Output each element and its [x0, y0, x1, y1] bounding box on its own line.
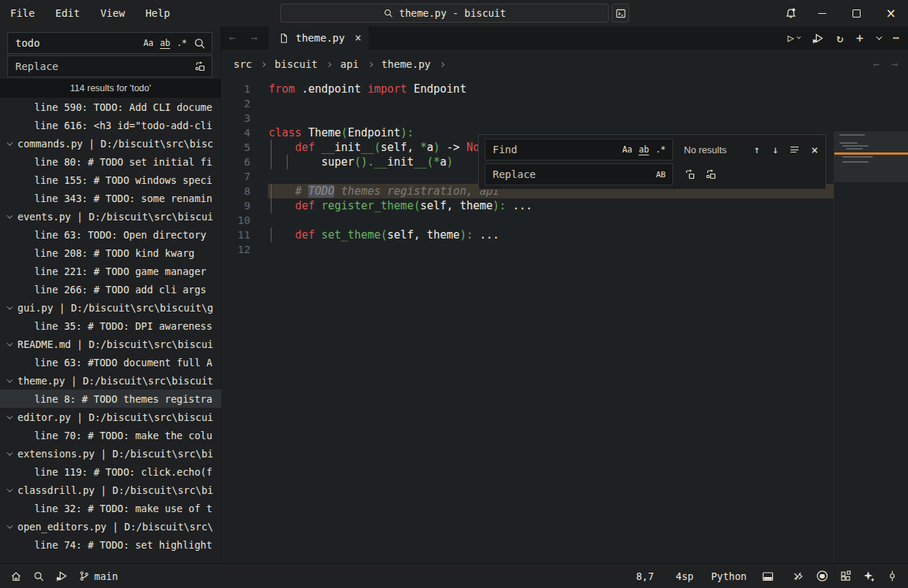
chevron-down-icon — [7, 486, 12, 492]
search-result-file-row[interactable]: open_editors.py | D:/biscuit\src\ — [0, 517, 221, 535]
menu-edit[interactable]: Edit — [55, 7, 80, 19]
search-result-file-row[interactable]: classdrill.py | D:/biscuit\src\bi — [0, 481, 221, 499]
debug-statusbar-icon[interactable] — [55, 570, 68, 582]
restart-icon[interactable]: ↻ — [836, 31, 844, 45]
search-result-file-row[interactable]: gui.py | D:/biscuit\src\biscuit\g — [0, 298, 221, 317]
code-line[interactable]: 9 def register_theme(self, theme): ... — [221, 198, 834, 213]
menu-help[interactable]: Help — [145, 7, 170, 19]
line-number: 5 — [221, 140, 250, 155]
breadcrumb-back-icon[interactable]: ← — [873, 58, 880, 71]
search-icon — [383, 8, 393, 18]
close-window-button[interactable]: × — [874, 0, 908, 26]
find-input-box: Aa ab .* — [485, 139, 673, 160]
search-result-row[interactable]: line 35: # TODO: DPI awareness — [0, 317, 221, 335]
search-statusbar-icon[interactable] — [33, 570, 45, 582]
search-result-row[interactable]: line 343: # TODO: some renamin — [0, 189, 221, 207]
quick-actions-icon[interactable] — [792, 570, 804, 582]
search-results-summary: 114 results for 'todo' — [0, 79, 221, 98]
tab-list-chevron-icon[interactable] — [876, 34, 882, 39]
extensions-icon[interactable] — [840, 570, 852, 582]
breadcrumb-item-theme-py[interactable]: theme.py — [382, 58, 431, 70]
search-result-row[interactable]: line 63: TODO: Open directory — [0, 225, 221, 244]
next-match-icon[interactable]: ↓ — [772, 144, 778, 155]
git-branch-button[interactable]: main — [79, 570, 118, 582]
breadcrumb-item-src[interactable]: src — [234, 58, 252, 70]
menu-file[interactable]: File — [10, 7, 35, 19]
more-actions-icon[interactable]: ⋯ — [893, 31, 899, 45]
home-icon[interactable] — [10, 570, 22, 582]
find-input[interactable] — [485, 144, 622, 155]
search-result-row[interactable]: line 119: # TODO: click.echo(f — [0, 463, 221, 481]
code-line[interactable]: 3 — [221, 111, 834, 125]
code-area[interactable]: 1from .endpoint import Endpoint234class … — [221, 79, 908, 563]
minimap[interactable] — [834, 131, 908, 563]
find-regex-icon[interactable]: .* — [655, 144, 666, 155]
search-result-row[interactable]: line 590: TODO: Add CLI docume — [0, 98, 221, 116]
tab-back-icon[interactable]: ← — [221, 31, 243, 45]
code-line[interactable]: 12 — [221, 242, 834, 257]
breadcrumb-item-biscuit[interactable]: biscuit — [274, 58, 318, 70]
menu-view[interactable]: View — [100, 7, 125, 19]
tab-close-icon[interactable]: × — [355, 31, 361, 45]
match-case-icon[interactable]: Aa — [143, 38, 153, 48]
previous-match-icon[interactable]: ↑ — [753, 144, 759, 155]
search-result-row[interactable]: line 74: # TODO: set highlight — [0, 535, 221, 554]
close-find-icon[interactable]: × — [811, 143, 818, 157]
tab-theme-py[interactable]: theme.py × — [269, 26, 369, 50]
code-line[interactable]: 10 — [221, 213, 834, 228]
search-result-row[interactable]: line 155: # TODO windows speci — [0, 171, 221, 189]
search-result-file-row[interactable]: theme.py | D:/biscuit\src\biscuit — [0, 371, 221, 390]
code-line[interactable]: 2 — [221, 96, 834, 111]
command-palette-search[interactable]: theme.py - biscuit — [280, 4, 609, 23]
search-go-icon[interactable] — [193, 37, 206, 50]
replace-one-icon[interactable] — [684, 169, 696, 180]
debug-run-icon[interactable] — [812, 32, 824, 45]
maximize-button[interactable] — [839, 0, 874, 26]
run-button[interactable]: ▷ — [788, 31, 799, 45]
language-mode[interactable]: Python — [711, 570, 747, 582]
search-result-file-row[interactable]: events.py | D:/biscuit\src\biscui — [0, 207, 221, 225]
notification-bell-button[interactable] — [776, 0, 805, 26]
search-result-file-row[interactable]: editor.py | D:/biscuit\src\biscui — [0, 408, 221, 426]
search-result-file-row[interactable]: extensions.py | D:/biscuit\src\bi — [0, 444, 221, 463]
breadcrumb-item-api[interactable]: api — [340, 58, 358, 70]
regex-icon[interactable]: .* — [177, 38, 187, 48]
sparkle-ai-icon[interactable] — [863, 570, 875, 582]
whole-word-icon[interactable]: ab — [160, 38, 170, 49]
github-octocat-icon[interactable] — [816, 570, 828, 582]
find-in-selection-icon[interactable] — [790, 147, 799, 152]
search-result-row[interactable]: line 80: # TODO set initial fi — [0, 152, 221, 171]
search-input[interactable] — [8, 37, 143, 49]
find-replace-input[interactable] — [485, 169, 656, 180]
replace-all-icon[interactable] — [705, 169, 717, 180]
search-results-tree: line 590: TODO: Add CLI documeline 616: … — [0, 98, 221, 563]
git-branch-icon — [79, 570, 90, 581]
search-result-row[interactable]: line 208: # TODO kind kwarg — [0, 244, 221, 262]
minimize-button[interactable] — [805, 0, 839, 26]
search-result-row[interactable]: line 616: <h3 id="todo-add-cli — [0, 116, 221, 134]
search-result-file-row[interactable]: commands.py | D:/biscuit\src\bisc — [0, 134, 221, 152]
git-commit-icon[interactable] — [887, 570, 898, 582]
panel-toggle-icon[interactable] — [761, 570, 774, 582]
search-result-row[interactable]: line 8: # TODO themes registra — [0, 390, 221, 408]
search-result-file-row[interactable]: README.md | D:/biscuit\src\biscui — [0, 335, 221, 353]
tab-forward-icon[interactable]: → — [243, 31, 265, 45]
code-line[interactable]: 11 def set_theme(self, theme): ... — [221, 228, 834, 242]
code-line[interactable]: 1from .endpoint import Endpoint — [221, 82, 834, 96]
find-match-case-icon[interactable]: Aa — [622, 144, 632, 155]
search-result-row[interactable]: line 70: # TODO: make the colu — [0, 426, 221, 444]
replace-all-icon[interactable] — [194, 61, 206, 72]
breadcrumb-forward-icon[interactable]: → — [891, 58, 898, 71]
find-whole-word-icon[interactable]: ab — [639, 144, 649, 155]
cursor-position[interactable]: 8,7 — [636, 570, 653, 582]
search-result-row[interactable]: line 32: # TODO: make use of t — [0, 499, 221, 517]
search-result-text: open_editors.py | D:/biscuit\src\ — [18, 521, 213, 533]
terminal-toggle-button[interactable] — [612, 4, 629, 23]
indentation[interactable]: 4sp — [676, 570, 693, 582]
new-tab-icon[interactable]: + — [856, 31, 863, 45]
search-result-row[interactable]: line 266: # TODO add cli args — [0, 280, 221, 298]
preserve-case-icon[interactable]: AB — [656, 170, 666, 179]
search-result-row[interactable]: line 221: # TODO game manager — [0, 262, 221, 280]
search-result-row[interactable]: line 63: #TODO document full A — [0, 353, 221, 371]
replace-input[interactable] — [8, 61, 194, 72]
